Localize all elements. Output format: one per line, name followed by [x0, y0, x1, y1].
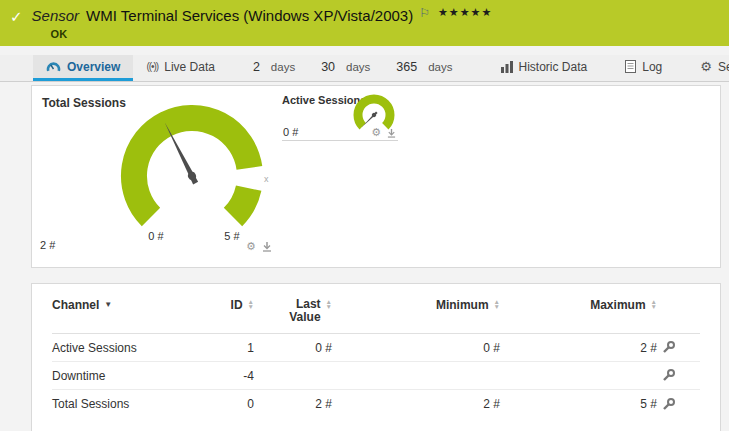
tab-2-days[interactable]: 2 days [240, 55, 308, 81]
tab-label: Settings [718, 60, 729, 74]
channel-name[interactable]: Total Sessions [52, 397, 202, 411]
sort-icon: ▲▼ [651, 299, 657, 309]
sensor-type-label: Sensor [32, 7, 80, 24]
tab-log[interactable]: Log [612, 55, 675, 81]
tab-365-days[interactable]: 365 days [383, 55, 465, 81]
channel-id: -4 [202, 369, 254, 383]
tab-label: Historic Data [519, 60, 588, 74]
column-header-maximum[interactable]: Maximum ▲▼ [500, 298, 657, 312]
channel-settings-wrench-icon[interactable] [661, 397, 676, 412]
channels-table-panel: Channel ▼ ID ▲▼ Last Value ▲▼ Minimum ▲▼… [31, 283, 721, 431]
bar-chart-icon [501, 61, 513, 73]
channel-minimum: 0 # [332, 341, 500, 355]
priority-stars[interactable]: ★★★★★ [438, 6, 492, 19]
status-check-icon: ✓ [10, 8, 23, 26]
channel-settings-wrench-icon[interactable] [661, 340, 676, 355]
tab-settings[interactable]: ⚙ Settings [687, 55, 729, 81]
tab-label: Log [642, 60, 662, 74]
tab-label: Overview [67, 60, 120, 74]
live-broadcast-icon: ((•)) [146, 61, 158, 72]
column-header-last-value[interactable]: Last Value ▲▼ [254, 298, 332, 324]
channel-id: 0 [202, 397, 254, 411]
channel-last-value: 0 # [254, 341, 332, 355]
overview-gauges-panel: Total Sessions x 0 # 5 # 2 # ⚙ Active Se… [31, 85, 721, 268]
log-document-icon [625, 60, 636, 73]
sensor-status-header: ✓ Sensor WMI Terminal Services (Windows … [0, 0, 729, 46]
channel-maximum: 5 # [500, 397, 657, 411]
gauge-max-label: 5 # [224, 230, 240, 242]
table-row: Downtime -4 [52, 362, 700, 390]
channel-minimum: 2 # [332, 397, 500, 411]
gauge-min-label: 0 # [148, 230, 164, 242]
active-sessions-current-value: 0 # [283, 126, 298, 138]
column-header-id[interactable]: ID ▲▼ [202, 298, 254, 312]
tab-30-days[interactable]: 30 days [308, 55, 383, 81]
table-row: Total Sessions 0 2 # 2 # 5 # [52, 390, 700, 418]
tab-label: Live Data [164, 60, 215, 74]
table-header-row: Channel ▼ ID ▲▼ Last Value ▲▼ Minimum ▲▼… [52, 298, 700, 334]
column-header-channel[interactable]: Channel ▼ [52, 298, 202, 312]
channel-maximum: 2 # [500, 341, 657, 355]
total-sessions-current-value: 2 # [40, 239, 55, 251]
channel-name[interactable]: Active Sessions [52, 341, 202, 355]
channel-name[interactable]: Downtime [52, 369, 202, 383]
gauge-axis-label: x [264, 174, 269, 184]
download-graph-icon[interactable] [262, 241, 272, 252]
active-sessions-gauge-block: Active Sessions 0 # ⚙ [282, 94, 398, 146]
tab-bar: Overview ((•)) Live Data 2 days 30 days … [0, 55, 729, 82]
channel-id: 1 [202, 341, 254, 355]
sort-desc-icon: ▼ [104, 300, 112, 309]
tab-historic-data[interactable]: Historic Data [488, 55, 601, 81]
channel-settings-wrench-icon[interactable] [661, 368, 676, 383]
gauge-settings-gear-icon[interactable]: ⚙ [246, 241, 256, 252]
table-body: Active Sessions 1 0 # 0 # 2 # Downtime -… [52, 334, 700, 418]
total-sessions-gauge: x 0 # 5 # [92, 98, 292, 258]
channel-last-value: 2 # [254, 397, 332, 411]
column-header-minimum[interactable]: Minimum ▲▼ [332, 298, 500, 312]
page-title: WMI Terminal Services (Windows XP/Vista/… [86, 7, 413, 24]
table-row: Active Sessions 1 0 # 0 # 2 # [52, 334, 700, 362]
gear-icon: ⚙ [700, 60, 712, 73]
gauge-icon [46, 60, 61, 73]
tab-live-data[interactable]: ((•)) Live Data [133, 55, 228, 81]
active-sessions-gauge [346, 89, 402, 141]
flag-icon[interactable]: ⚐ [419, 6, 430, 20]
tab-overview[interactable]: Overview [33, 55, 133, 81]
status-badge: OK [51, 28, 493, 40]
